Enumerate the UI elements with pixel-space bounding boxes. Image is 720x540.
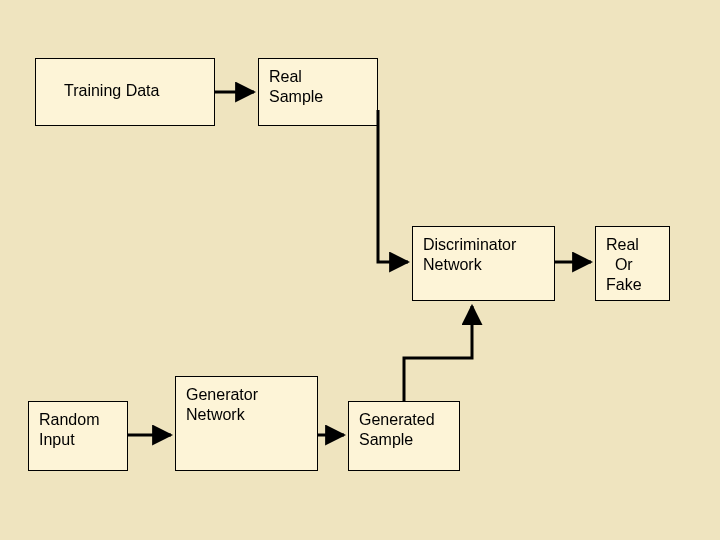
random-input-box: Random Input (28, 401, 128, 471)
training-data-box: Training Data (35, 58, 215, 126)
output-box: Real Or Fake (595, 226, 670, 301)
real-sample-label: Real Sample (269, 68, 323, 105)
generated-sample-box: Generated Sample (348, 401, 460, 471)
discriminator-label: Discriminator Network (423, 236, 516, 273)
random-input-label: Random Input (39, 411, 99, 448)
output-label: Real Or Fake (606, 236, 642, 293)
arrow-generated-to-discriminator (404, 306, 472, 401)
training-data-label: Training Data (64, 82, 159, 99)
generated-sample-label: Generated Sample (359, 411, 435, 448)
real-sample-box: Real Sample (258, 58, 378, 126)
arrow-real-to-discriminator (378, 110, 408, 262)
generator-box: Generator Network (175, 376, 318, 471)
discriminator-box: Discriminator Network (412, 226, 555, 301)
generator-label: Generator Network (186, 386, 258, 423)
